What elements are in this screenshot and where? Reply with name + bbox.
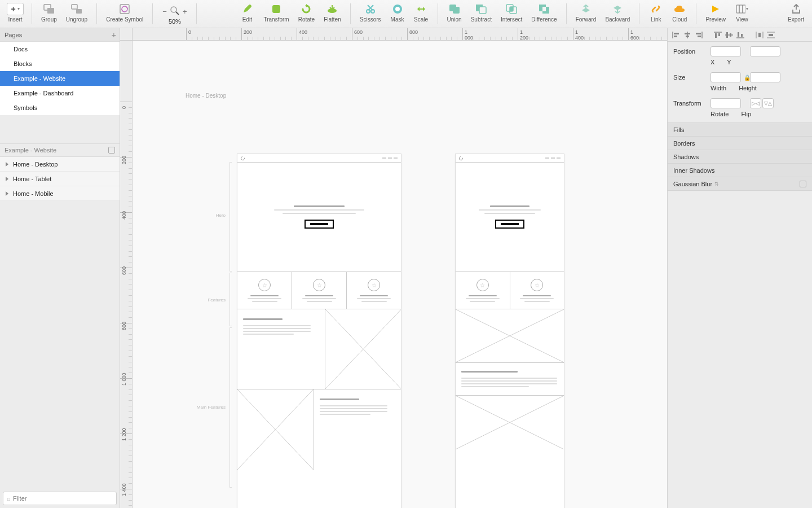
add-page-button[interactable]: + [112, 30, 116, 40]
export-button[interactable]: Export [783, 1, 809, 28]
page-item-blocks[interactable]: Blocks [0, 56, 120, 71]
svg-point-5 [171, 7, 176, 12]
collapse-layers-button[interactable] [108, 147, 115, 154]
svg-line-6 [176, 12, 179, 15]
width-input[interactable] [710, 72, 741, 82]
backward-button[interactable]: Backward [601, 1, 634, 28]
ruler-horizontal[interactable]: 02004006008001 0001 2001 4001 600 [133, 28, 667, 41]
create-symbol-button[interactable]: Create Symbol [102, 1, 148, 28]
layer-label: Home - Tablet [13, 176, 51, 182]
align-right-button[interactable] [694, 30, 704, 40]
y-input[interactable] [750, 46, 780, 56]
page-item-symbols[interactable]: Symbols [0, 100, 120, 115]
page-item-docs[interactable]: Docs [0, 42, 120, 56]
flatten-label: Flatten [324, 16, 341, 23]
section-label-hero: Hero [197, 213, 226, 218]
filter-bar[interactable]: ⌕ [3, 492, 117, 505]
svg-rect-51 [758, 33, 761, 37]
align-left-button[interactable] [671, 30, 681, 40]
disclosure-triangle-icon[interactable] [6, 177, 8, 181]
rotate-button[interactable]: Rotate [294, 1, 319, 28]
group-button[interactable]: Group [37, 1, 61, 28]
borders-label: Borders [673, 140, 695, 147]
align-controls [668, 28, 812, 42]
align-center-h-button[interactable] [682, 30, 692, 40]
svg-rect-20 [736, 5, 745, 13]
union-button[interactable]: Union [443, 1, 466, 28]
preview-button[interactable]: Preview [701, 1, 730, 28]
artboard-tablet[interactable]: ☆ ☆ [455, 154, 564, 508]
insert-label: Insert [8, 16, 22, 23]
ruler-vertical[interactable]: 02004006008001 0001 2001 400 [120, 41, 133, 508]
section-label-features: Features [197, 297, 226, 303]
distribute-v-button[interactable] [766, 30, 776, 40]
align-bottom-button[interactable] [735, 30, 745, 40]
forward-button[interactable]: Forward [571, 1, 601, 28]
lock-aspect-button[interactable]: 🔒 [744, 72, 750, 82]
layer-home-desktop[interactable]: Home - Desktop [0, 157, 120, 172]
insert-button[interactable]: +▾ Insert [3, 1, 27, 28]
preview-label: Preview [705, 16, 726, 23]
edit-button[interactable]: Edit [235, 1, 259, 28]
artboard-label[interactable]: Home - Desktop [186, 93, 226, 99]
flatten-button[interactable]: Flatten [319, 1, 346, 28]
difference-button[interactable]: Difference [527, 1, 561, 28]
ungroup-label: Ungroup [66, 16, 87, 23]
zoom-in-button[interactable]: + [181, 7, 189, 16]
cloud-button[interactable]: Cloud [668, 1, 691, 28]
flip-v-button[interactable]: ▽△ [762, 98, 774, 108]
scissors-button[interactable]: Scissors [355, 1, 386, 28]
stepper-icon[interactable]: ⇅ [714, 181, 719, 187]
ungroup-icon [70, 3, 83, 15]
distribute-h-button[interactable] [754, 30, 765, 40]
page-item-example-website[interactable]: Example - Website [0, 71, 120, 86]
disclosure-triangle-icon[interactable] [6, 162, 8, 167]
mask-label: Mask [391, 16, 404, 23]
scale-button[interactable]: Scale [409, 1, 433, 28]
pages-list: Docs Blocks Example - Website Example - … [0, 42, 120, 115]
align-top-button[interactable] [713, 30, 723, 40]
page-item-example-dashboard[interactable]: Example - Dashboard [0, 86, 120, 100]
reload-icon [240, 155, 246, 161]
align-center-v-button[interactable] [724, 30, 734, 40]
ungroup-button[interactable]: Ungroup [61, 1, 92, 28]
browser-chrome [456, 154, 564, 163]
layer-home-tablet[interactable]: Home - Tablet [0, 172, 120, 186]
height-input[interactable] [750, 72, 780, 82]
svg-rect-35 [685, 33, 690, 34]
canvas[interactable]: Home - Desktop ☆ ☆ ☆ [133, 41, 667, 508]
transform-button[interactable]: Transform [259, 1, 293, 28]
svg-rect-39 [698, 36, 701, 37]
rotate-input[interactable] [710, 98, 741, 108]
magnifier-icon[interactable] [170, 6, 180, 18]
mask-button[interactable]: Mask [386, 1, 409, 28]
link-button[interactable]: Link [644, 1, 668, 28]
zoom-out-button[interactable]: − [161, 7, 169, 16]
borders-section[interactable]: Borders [668, 136, 812, 150]
inner-shadows-section[interactable]: Inner Shadows [668, 163, 812, 177]
hero-section [456, 163, 564, 272]
subtract-button[interactable]: Subtract [466, 1, 496, 28]
shadows-section[interactable]: Shadows [668, 150, 812, 164]
flip-h-button[interactable]: ▷◁ [750, 98, 761, 108]
cta-button [304, 220, 334, 229]
fills-section[interactable]: Fills [668, 122, 812, 137]
edit-icon [241, 3, 253, 15]
svg-rect-15 [453, 7, 460, 14]
pages-title: Pages [5, 32, 22, 38]
transform-label: Transform [673, 100, 710, 107]
intersect-button[interactable]: Intersect [496, 1, 527, 28]
layer-home-mobile[interactable]: Home - Mobile [0, 186, 120, 201]
disclosure-triangle-icon[interactable] [6, 191, 8, 196]
svg-rect-33 [674, 36, 677, 37]
star-icon: ☆ [480, 282, 485, 288]
view-button[interactable]: ▾View [730, 1, 754, 28]
artboard-desktop[interactable]: ☆ ☆ ☆ [237, 154, 401, 508]
union-icon [448, 3, 461, 15]
svg-rect-7 [272, 5, 280, 13]
x-input[interactable] [710, 46, 741, 56]
blur-checkbox[interactable] [800, 181, 806, 187]
gaussian-blur-section[interactable]: Gaussian Blur⇅ [668, 177, 812, 191]
star-icon: ☆ [372, 282, 377, 288]
filter-input[interactable] [13, 495, 113, 502]
